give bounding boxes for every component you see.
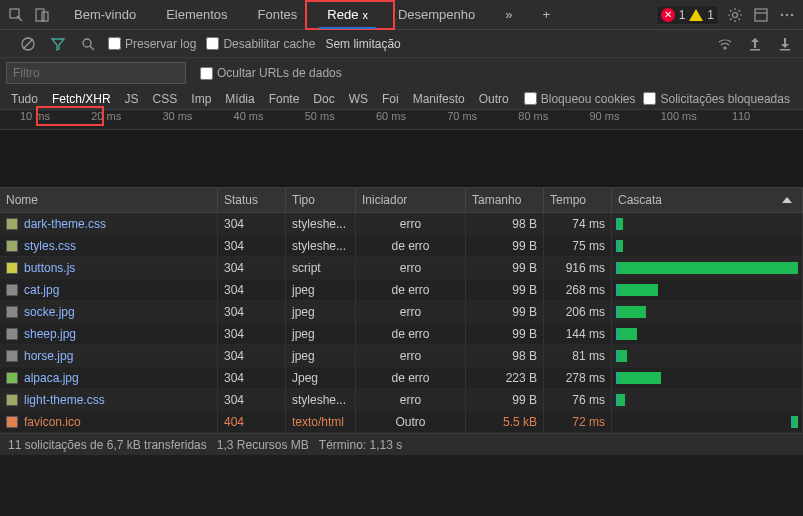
- tabs-overflow[interactable]: »: [497, 1, 520, 28]
- upload-icon[interactable]: [745, 34, 765, 54]
- disable-cache-checkbox[interactable]: Desabilitar cache: [206, 37, 315, 51]
- kebab-icon[interactable]: [777, 5, 797, 25]
- cell-waterfall[interactable]: [612, 389, 803, 411]
- tab-network[interactable]: Redex: [319, 1, 376, 28]
- cell-waterfall[interactable]: [612, 323, 803, 345]
- cell-name[interactable]: buttons.js: [0, 257, 218, 279]
- tab-performance[interactable]: Desempenho: [390, 1, 483, 28]
- gear-icon[interactable]: [725, 5, 745, 25]
- cell-initiator[interactable]: erro: [356, 257, 466, 279]
- type-fetch-xhr[interactable]: Fetch/XHR: [45, 90, 118, 108]
- cell-size: 99 B: [466, 257, 544, 279]
- hide-data-urls-checkbox[interactable]: Ocultar URLs de dados: [200, 66, 342, 80]
- col-type[interactable]: Tipo: [286, 188, 356, 213]
- tab-add[interactable]: +: [534, 1, 558, 28]
- cell-size: 98 B: [466, 213, 544, 235]
- timeline-ruler[interactable]: 10 ms 20 ms 30 ms 40 ms 50 ms 60 ms 70 m…: [0, 110, 803, 130]
- cell-name[interactable]: favicon.ico: [0, 411, 218, 433]
- tick: 40 ms: [234, 110, 305, 129]
- cell-type: jpeg: [286, 345, 356, 367]
- col-waterfall[interactable]: Cascata: [612, 188, 803, 213]
- type-font[interactable]: Fonte: [262, 90, 307, 108]
- cell-initiator[interactable]: de erro: [356, 367, 466, 389]
- throttling-select[interactable]: Sem limitação: [325, 37, 400, 51]
- svg-rect-4: [755, 9, 767, 21]
- cell-time: 916 ms: [544, 257, 612, 279]
- cell-waterfall[interactable]: [612, 301, 803, 323]
- filter-input[interactable]: [6, 62, 186, 84]
- col-size[interactable]: Tamanho: [466, 188, 544, 213]
- cell-name[interactable]: sheep.jpg: [0, 323, 218, 345]
- type-all[interactable]: Tudo: [4, 90, 45, 108]
- dock-icon[interactable]: [751, 5, 771, 25]
- cell-waterfall[interactable]: [612, 235, 803, 257]
- type-img[interactable]: Imp: [184, 90, 218, 108]
- cell-waterfall[interactable]: [612, 213, 803, 235]
- cell-name[interactable]: dark-theme.css: [0, 213, 218, 235]
- cell-initiator[interactable]: erro: [356, 389, 466, 411]
- filter-icon[interactable]: [48, 34, 68, 54]
- col-name[interactable]: Nome: [0, 188, 218, 213]
- type-ws[interactable]: WS: [342, 90, 375, 108]
- col-waterfall-label: Cascata: [618, 193, 662, 207]
- cell-type: styleshe...: [286, 235, 356, 257]
- cell-name[interactable]: cat.jpg: [0, 279, 218, 301]
- filter-row: Ocultar URLs de dados: [0, 58, 803, 88]
- cell-status: 304: [218, 257, 286, 279]
- cell-name[interactable]: socke.jpg: [0, 301, 218, 323]
- wifi-icon[interactable]: [715, 34, 735, 54]
- close-icon[interactable]: x: [362, 9, 368, 21]
- cell-initiator[interactable]: erro: [356, 213, 466, 235]
- cell-initiator[interactable]: de erro: [356, 323, 466, 345]
- cell-name[interactable]: styles.css: [0, 235, 218, 257]
- tab-elements[interactable]: Elementos: [158, 1, 235, 28]
- cell-name[interactable]: alpaca.jpg: [0, 367, 218, 389]
- device-icon[interactable]: [32, 5, 52, 25]
- cell-waterfall[interactable]: [612, 279, 803, 301]
- issue-badges[interactable]: ✕1 1: [656, 5, 719, 25]
- error-count: 1: [679, 8, 686, 22]
- cell-name[interactable]: horse.jpg: [0, 345, 218, 367]
- col-time[interactable]: Tempo: [544, 188, 612, 213]
- request-table: Nome Status Tipo Iniciador Tamanho Tempo…: [0, 188, 803, 213]
- tick: 10 ms: [20, 110, 91, 129]
- inspect-icon[interactable]: [6, 5, 26, 25]
- download-icon[interactable]: [775, 34, 795, 54]
- overview-pane[interactable]: [0, 130, 803, 188]
- cell-name[interactable]: light-theme.css: [0, 389, 218, 411]
- tab-welcome[interactable]: Bem-vindo: [66, 1, 144, 28]
- cell-waterfall[interactable]: [612, 257, 803, 279]
- cell-initiator[interactable]: erro: [356, 345, 466, 367]
- warning-badge-icon: [689, 9, 703, 21]
- cell-status: 304: [218, 213, 286, 235]
- cell-initiator[interactable]: de erro: [356, 235, 466, 257]
- tick: 60 ms: [376, 110, 447, 129]
- type-other[interactable]: Outro: [472, 90, 516, 108]
- type-wasm[interactable]: Foi: [375, 90, 406, 108]
- tick: 100 ms: [661, 110, 732, 129]
- cell-size: 99 B: [466, 389, 544, 411]
- cell-waterfall[interactable]: [612, 345, 803, 367]
- svg-point-11: [83, 39, 91, 47]
- blocked-cookies-checkbox[interactable]: Bloqueou cookies: [524, 92, 636, 106]
- cell-waterfall[interactable]: [612, 411, 803, 433]
- cell-initiator[interactable]: Outro: [356, 411, 466, 433]
- cell-status: 304: [218, 345, 286, 367]
- tab-sources[interactable]: Fontes: [250, 1, 306, 28]
- clear-icon[interactable]: [18, 34, 38, 54]
- type-doc[interactable]: Doc: [306, 90, 341, 108]
- col-status[interactable]: Status: [218, 188, 286, 213]
- type-media[interactable]: Mídia: [218, 90, 261, 108]
- status-resources: 1,3 Recursos MB: [217, 438, 309, 452]
- main-toolbar: Bem-vindo Elementos Fontes Redex Desempe…: [0, 0, 803, 30]
- col-initiator[interactable]: Iniciador: [356, 188, 466, 213]
- cell-waterfall[interactable]: [612, 367, 803, 389]
- search-icon[interactable]: [78, 34, 98, 54]
- cell-initiator[interactable]: erro: [356, 301, 466, 323]
- cell-initiator[interactable]: de erro: [356, 279, 466, 301]
- preserve-log-checkbox[interactable]: Preservar log: [108, 37, 196, 51]
- type-manifest[interactable]: Manifesto: [406, 90, 472, 108]
- type-js[interactable]: JS: [118, 90, 146, 108]
- blocked-requests-checkbox[interactable]: Solicitações bloqueadas: [643, 92, 789, 106]
- type-css[interactable]: CSS: [146, 90, 185, 108]
